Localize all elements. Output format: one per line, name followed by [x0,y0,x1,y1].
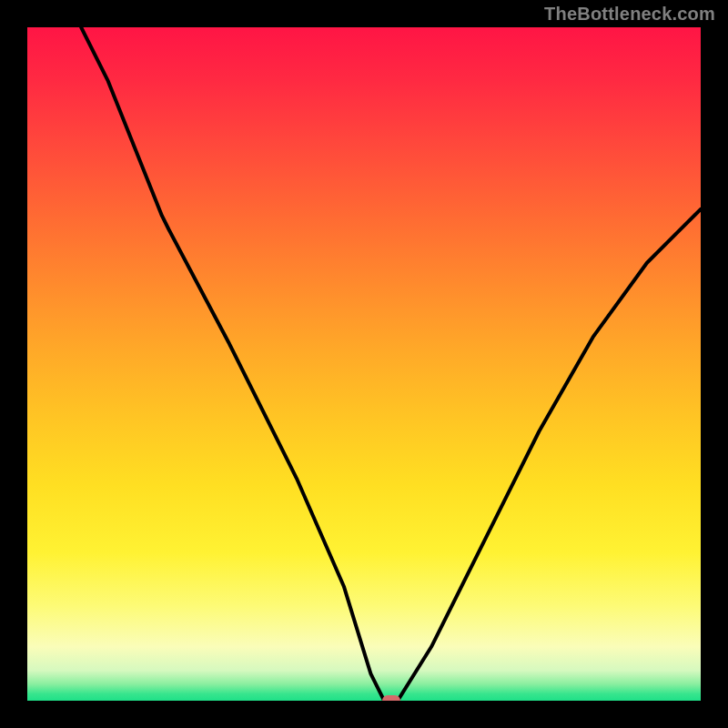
curve-svg [27,27,701,701]
watermark-text: TheBottleneck.com [544,4,715,25]
plot-area [27,27,701,701]
bottleneck-marker [382,695,400,701]
curve-path [81,27,701,701]
chart-stage: TheBottleneck.com [0,0,728,728]
